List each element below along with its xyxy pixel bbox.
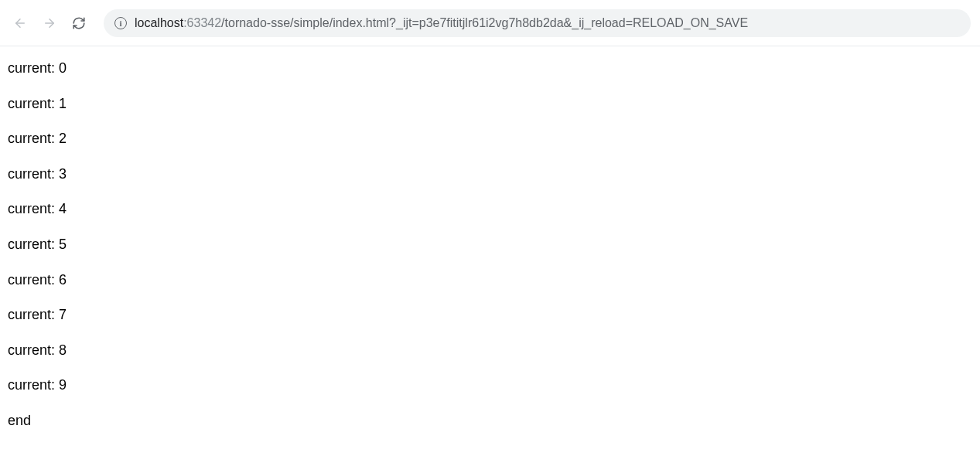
output-line: end — [8, 413, 972, 430]
page-content: current: 0 current: 1 current: 2 current… — [0, 46, 980, 456]
url-host: localhost — [135, 16, 183, 29]
output-line: current: 7 — [8, 307, 972, 324]
output-line: current: 4 — [8, 201, 972, 218]
url-port: :63342 — [183, 16, 221, 29]
output-line: current: 9 — [8, 377, 972, 394]
info-icon[interactable]: i — [114, 17, 127, 29]
output-line: current: 1 — [8, 96, 972, 113]
back-button[interactable] — [9, 12, 31, 34]
browser-toolbar: i localhost:63342/tornado-sse/simple/ind… — [0, 0, 980, 46]
url-path: /tornado-sse/simple/index.html?_ijt=p3e7… — [221, 16, 748, 29]
output-line: current: 8 — [8, 342, 972, 359]
output-line: current: 0 — [8, 60, 972, 77]
output-line: current: 6 — [8, 272, 972, 289]
address-bar[interactable]: i localhost:63342/tornado-sse/simple/ind… — [104, 9, 971, 37]
forward-button[interactable] — [39, 12, 60, 34]
reload-button[interactable] — [68, 12, 90, 34]
reload-icon — [72, 16, 86, 30]
output-line: current: 3 — [8, 166, 972, 183]
url-text: localhost:63342/tornado-sse/simple/index… — [135, 16, 748, 30]
arrow-right-icon — [43, 16, 56, 30]
output-line: current: 2 — [8, 131, 972, 148]
output-line: current: 5 — [8, 237, 972, 254]
arrow-left-icon — [13, 16, 27, 30]
